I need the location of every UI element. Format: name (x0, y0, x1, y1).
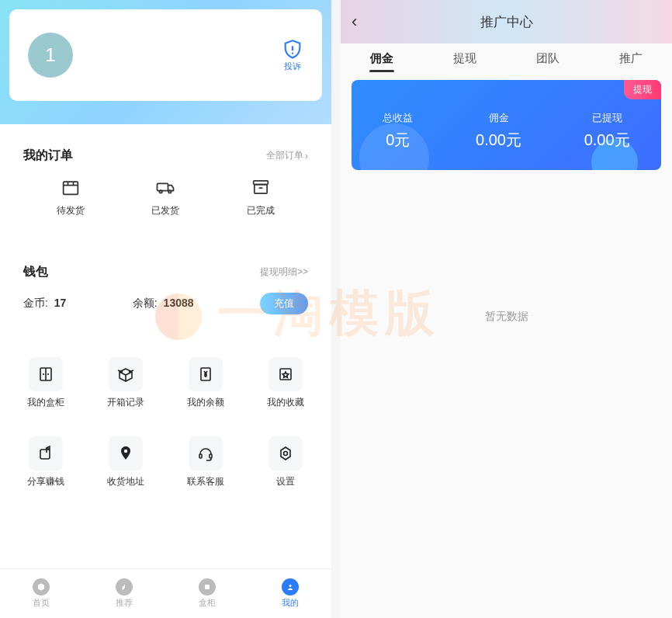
svg-rect-14 (280, 369, 291, 380)
stat-commission: 佣金 0.00元 (476, 111, 521, 151)
archive-icon (250, 176, 272, 198)
stat-total-earnings: 总收益 0元 (383, 111, 413, 151)
grid-address[interactable]: 收货地址 (89, 426, 161, 498)
complaint-label: 投诉 (284, 61, 301, 72)
balance-display: 余额: 13088 (133, 297, 194, 311)
grid-unbox-record[interactable]: 开箱记录 (89, 347, 161, 418)
order-completed[interactable]: 已完成 (247, 176, 275, 217)
withdraw-detail-link[interactable]: 提现明细>> (260, 266, 308, 279)
all-orders-link[interactable]: 全部订单 › (266, 149, 308, 162)
svg-marker-19 (281, 447, 290, 460)
svg-rect-7 (255, 185, 267, 194)
complaint-button[interactable]: 投诉 (282, 39, 303, 72)
orders-title: 我的订单 (23, 148, 73, 164)
svg-point-20 (284, 451, 288, 455)
svg-point-16 (124, 449, 127, 452)
star-box-icon (276, 365, 295, 384)
wallet-title: 钱包 (23, 264, 48, 280)
earnings-banner: 提现 总收益 0元 佣金 0.00元 已提现 0.00元 (352, 80, 661, 170)
tab-recommend[interactable]: 推荐 (116, 578, 133, 609)
svg-rect-3 (158, 183, 168, 190)
hero-area: 1 投诉 (0, 0, 331, 124)
svg-rect-2 (64, 182, 78, 194)
stat-withdrawn: 已提现 0.00元 (584, 111, 630, 151)
tab-cabinet[interactable]: 盒柜 (199, 578, 216, 609)
box-icon (203, 582, 212, 592)
grid-settings[interactable]: 设置 (250, 426, 322, 498)
tab-promote[interactable]: 推广 (619, 51, 643, 71)
chevron-left-icon: ‹ (352, 12, 357, 31)
orders-section: 我的订单 全部订单 › 待发货 已发货 已完成 (9, 134, 322, 231)
back-button[interactable]: ‹ (352, 12, 357, 32)
tab-home[interactable]: 首页 (33, 578, 50, 609)
avatar[interactable]: 1 (28, 33, 73, 78)
svg-rect-18 (210, 454, 212, 458)
thumb-icon (120, 582, 129, 592)
gear-icon (276, 444, 295, 463)
location-pin-icon (116, 444, 135, 463)
svg-point-22 (289, 585, 291, 587)
order-shipped[interactable]: 已发货 (151, 176, 179, 217)
tab-commission[interactable]: 佣金 (370, 51, 393, 71)
yen-receipt-icon (196, 365, 215, 384)
empty-state: 暂无数据 (341, 310, 672, 324)
headset-icon (196, 444, 215, 463)
grid-share-earn[interactable]: 分享赚钱 (9, 426, 81, 498)
promotion-center-screen: ‹ 推广中心 佣金 提现 团队 推广 提现 总收益 0元 佣金 0.00元 已提… (341, 0, 672, 618)
svg-point-5 (169, 190, 172, 193)
page-title: 推广中心 (480, 13, 533, 31)
truck-icon (154, 176, 176, 198)
promotion-tabs: 佣金 提现 团队 推广 (341, 43, 672, 80)
tab-withdraw[interactable]: 提现 (453, 51, 476, 71)
tab-mine[interactable]: 我的 (282, 578, 299, 609)
tab-team[interactable]: 团队 (536, 51, 559, 71)
grid-favorites[interactable]: 我的收藏 (250, 347, 322, 418)
chevron-right-icon: › (305, 151, 308, 161)
svg-point-4 (160, 190, 163, 193)
open-box-icon (116, 365, 135, 384)
order-pending[interactable]: 待发货 (57, 176, 85, 217)
profile-screen: 1 投诉 我的订单 全部订单 › 待发货 已发货 (0, 0, 331, 618)
cabinet-icon (36, 365, 55, 384)
recharge-button[interactable]: 充值 (260, 293, 308, 314)
svg-rect-21 (205, 585, 210, 589)
package-icon (60, 176, 81, 198)
svg-rect-15 (40, 450, 50, 459)
person-icon (286, 582, 295, 592)
wallet-section: 钱包 提现明细>> 金币: 17 余额: 13088 充值 (9, 250, 322, 328)
cube-icon (36, 582, 46, 592)
header: ‹ 推广中心 (341, 0, 672, 43)
svg-point-1 (292, 52, 293, 54)
profile-card: 1 投诉 (9, 9, 322, 101)
grid-customer-service[interactable]: 联系客服 (170, 426, 242, 498)
svg-rect-17 (199, 454, 202, 458)
menu-grid: 我的盒柜 开箱记录 我的余额 我的收藏 分享赚钱 收货地址 联系客服 设置 (9, 347, 322, 498)
bottom-tabbar: 首页 推荐 盒柜 我的 (0, 568, 331, 618)
grid-my-balance[interactable]: 我的余额 (170, 347, 242, 418)
grid-my-cabinet[interactable]: 我的盒柜 (9, 347, 81, 418)
share-icon (36, 444, 55, 463)
shield-alert-icon (282, 39, 303, 61)
coin-display: 金币: 17 (23, 297, 66, 311)
